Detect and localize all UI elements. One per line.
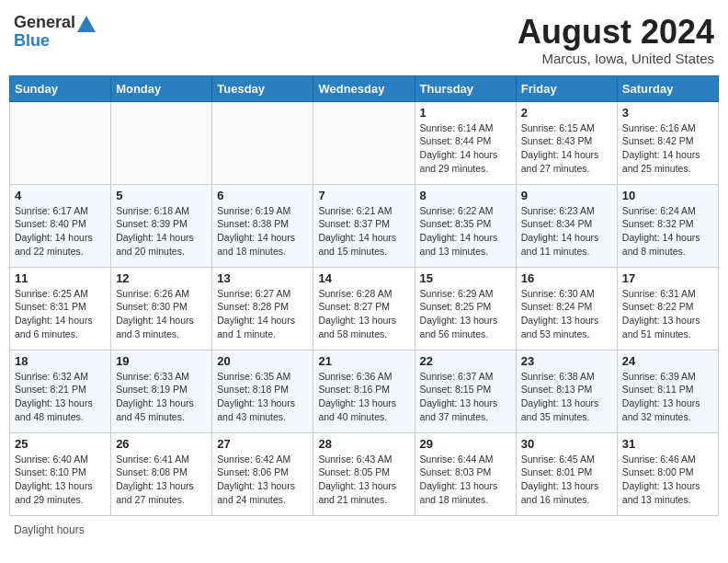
day-info: Sunrise: 6:39 AM Sunset: 8:11 PM Dayligh… [622, 370, 713, 424]
day-info: Sunrise: 6:46 AM Sunset: 8:00 PM Dayligh… [622, 453, 713, 507]
calendar-cell: 27Sunrise: 6:42 AM Sunset: 8:06 PM Dayli… [212, 432, 313, 515]
calendar-cell: 10Sunrise: 6:24 AM Sunset: 8:32 PM Dayli… [617, 184, 718, 267]
day-info: Sunrise: 6:32 AM Sunset: 8:21 PM Dayligh… [15, 370, 106, 424]
day-info: Sunrise: 6:30 AM Sunset: 8:24 PM Dayligh… [521, 287, 612, 341]
day-info: Sunrise: 6:40 AM Sunset: 8:10 PM Dayligh… [15, 453, 106, 507]
day-number: 10 [622, 189, 713, 202]
page-header: General Blue August 2024 Marcus, Iowa, U… [9, 9, 719, 66]
day-info: Sunrise: 6:45 AM Sunset: 8:01 PM Dayligh… [521, 453, 612, 507]
day-number: 22 [420, 354, 511, 368]
weekday-tuesday: Tuesday [212, 75, 313, 101]
calendar-cell: 5Sunrise: 6:18 AM Sunset: 8:39 PM Daylig… [111, 184, 212, 267]
location-text: Marcus, Iowa, United States [518, 51, 714, 66]
day-number: 24 [622, 354, 713, 368]
day-number: 31 [622, 437, 713, 451]
weekday-thursday: Thursday [415, 75, 516, 101]
calendar-week-1: 1Sunrise: 6:14 AM Sunset: 8:44 PM Daylig… [10, 101, 719, 184]
calendar-cell: 24Sunrise: 6:39 AM Sunset: 8:11 PM Dayli… [617, 350, 718, 432]
day-info: Sunrise: 6:26 AM Sunset: 8:30 PM Dayligh… [116, 287, 207, 341]
calendar-cell: 1Sunrise: 6:14 AM Sunset: 8:44 PM Daylig… [415, 101, 516, 184]
calendar-cell: 25Sunrise: 6:40 AM Sunset: 8:10 PM Dayli… [10, 432, 111, 515]
calendar-header-row: SundayMondayTuesdayWednesdayThursdayFrid… [10, 75, 719, 101]
calendar-cell: 30Sunrise: 6:45 AM Sunset: 8:01 PM Dayli… [516, 432, 617, 515]
calendar-cell: 2Sunrise: 6:15 AM Sunset: 8:43 PM Daylig… [516, 101, 617, 184]
day-info: Sunrise: 6:31 AM Sunset: 8:22 PM Dayligh… [622, 287, 713, 341]
day-info: Sunrise: 6:33 AM Sunset: 8:19 PM Dayligh… [116, 370, 207, 424]
day-info: Sunrise: 6:37 AM Sunset: 8:15 PM Dayligh… [420, 370, 511, 424]
calendar-cell: 29Sunrise: 6:44 AM Sunset: 8:03 PM Dayli… [415, 432, 516, 515]
calendar-cell: 7Sunrise: 6:21 AM Sunset: 8:37 PM Daylig… [313, 184, 415, 267]
day-number: 29 [420, 437, 511, 451]
day-info: Sunrise: 6:17 AM Sunset: 8:40 PM Dayligh… [15, 204, 106, 259]
day-number: 21 [318, 354, 409, 368]
day-number: 19 [116, 354, 207, 368]
calendar-cell: 13Sunrise: 6:27 AM Sunset: 8:28 PM Dayli… [212, 267, 313, 350]
weekday-monday: Monday [111, 75, 212, 101]
day-number: 8 [420, 189, 511, 202]
day-number: 20 [217, 354, 308, 368]
day-info: Sunrise: 6:25 AM Sunset: 8:31 PM Dayligh… [15, 287, 106, 341]
calendar-cell: 23Sunrise: 6:38 AM Sunset: 8:13 PM Dayli… [516, 350, 617, 432]
calendar-cell [212, 101, 313, 184]
day-info: Sunrise: 6:36 AM Sunset: 8:16 PM Dayligh… [318, 370, 409, 424]
day-number: 16 [521, 271, 612, 285]
day-number: 28 [318, 437, 409, 451]
logo: General Blue [14, 14, 97, 49]
day-number: 23 [521, 354, 612, 368]
calendar-cell: 11Sunrise: 6:25 AM Sunset: 8:31 PM Dayli… [10, 267, 111, 350]
day-info: Sunrise: 6:28 AM Sunset: 8:27 PM Dayligh… [318, 287, 409, 341]
day-number: 7 [318, 189, 409, 202]
day-info: Sunrise: 6:27 AM Sunset: 8:28 PM Dayligh… [217, 287, 308, 341]
day-info: Sunrise: 6:14 AM Sunset: 8:44 PM Dayligh… [420, 121, 511, 176]
calendar-week-3: 11Sunrise: 6:25 AM Sunset: 8:31 PM Dayli… [10, 267, 719, 350]
calendar-cell: 28Sunrise: 6:43 AM Sunset: 8:05 PM Dayli… [313, 432, 415, 515]
calendar-cell: 8Sunrise: 6:22 AM Sunset: 8:35 PM Daylig… [415, 184, 516, 267]
weekday-friday: Friday [516, 75, 617, 101]
weekday-saturday: Saturday [617, 75, 718, 101]
day-number: 13 [217, 271, 308, 285]
weekday-wednesday: Wednesday [313, 75, 415, 101]
day-number: 12 [116, 271, 207, 285]
day-number: 4 [15, 189, 106, 202]
day-number: 5 [116, 189, 207, 202]
day-number: 25 [15, 437, 106, 451]
logo-text: General Blue [14, 14, 97, 49]
calendar-cell [10, 101, 111, 184]
day-info: Sunrise: 6:38 AM Sunset: 8:13 PM Dayligh… [521, 370, 612, 424]
day-number: 30 [521, 437, 612, 451]
weekday-sunday: Sunday [10, 75, 111, 101]
day-number: 1 [420, 106, 511, 120]
day-info: Sunrise: 6:16 AM Sunset: 8:42 PM Dayligh… [622, 121, 713, 176]
calendar-cell: 16Sunrise: 6:30 AM Sunset: 8:24 PM Dayli… [516, 267, 617, 350]
day-number: 6 [217, 189, 308, 202]
day-number: 2 [521, 106, 612, 120]
footer-label: Daylight hours [9, 523, 719, 536]
calendar-cell: 12Sunrise: 6:26 AM Sunset: 8:30 PM Dayli… [111, 267, 212, 350]
calendar-cell: 17Sunrise: 6:31 AM Sunset: 8:22 PM Dayli… [617, 267, 718, 350]
day-number: 9 [521, 189, 612, 202]
calendar-cell: 26Sunrise: 6:41 AM Sunset: 8:08 PM Dayli… [111, 432, 212, 515]
day-info: Sunrise: 6:18 AM Sunset: 8:39 PM Dayligh… [116, 204, 207, 259]
day-info: Sunrise: 6:44 AM Sunset: 8:03 PM Dayligh… [420, 453, 511, 507]
day-number: 11 [15, 271, 106, 285]
calendar-cell: 18Sunrise: 6:32 AM Sunset: 8:21 PM Dayli… [10, 350, 111, 432]
day-number: 27 [217, 437, 308, 451]
day-info: Sunrise: 6:29 AM Sunset: 8:25 PM Dayligh… [420, 287, 511, 341]
calendar-week-5: 25Sunrise: 6:40 AM Sunset: 8:10 PM Dayli… [10, 432, 719, 515]
day-number: 14 [318, 271, 409, 285]
calendar-cell: 21Sunrise: 6:36 AM Sunset: 8:16 PM Dayli… [313, 350, 415, 432]
day-info: Sunrise: 6:19 AM Sunset: 8:38 PM Dayligh… [217, 204, 308, 259]
day-info: Sunrise: 6:35 AM Sunset: 8:18 PM Dayligh… [217, 370, 308, 424]
calendar-week-4: 18Sunrise: 6:32 AM Sunset: 8:21 PM Dayli… [10, 350, 719, 432]
daylight-label: Daylight hours [14, 523, 85, 536]
calendar-cell: 9Sunrise: 6:23 AM Sunset: 8:34 PM Daylig… [516, 184, 617, 267]
day-number: 3 [622, 106, 713, 120]
title-area: August 2024 Marcus, Iowa, United States [518, 14, 714, 66]
calendar-cell: 22Sunrise: 6:37 AM Sunset: 8:15 PM Dayli… [415, 350, 516, 432]
calendar-cell: 14Sunrise: 6:28 AM Sunset: 8:27 PM Dayli… [313, 267, 415, 350]
calendar-cell [111, 101, 212, 184]
logo-blue: Blue [14, 31, 50, 50]
calendar-week-2: 4Sunrise: 6:17 AM Sunset: 8:40 PM Daylig… [10, 184, 719, 267]
calendar-cell: 3Sunrise: 6:16 AM Sunset: 8:42 PM Daylig… [617, 101, 718, 184]
calendar-table: SundayMondayTuesdayWednesdayThursdayFrid… [9, 75, 719, 516]
